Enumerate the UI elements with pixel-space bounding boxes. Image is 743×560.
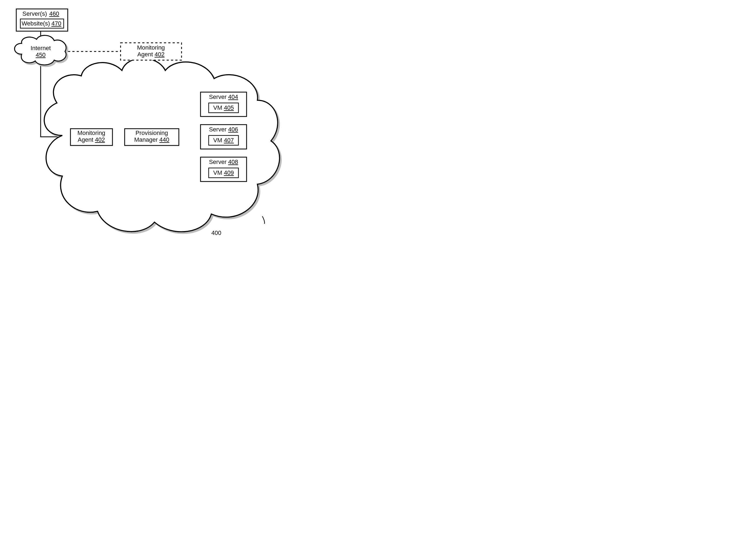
svg-text:Agent 402: Agent 402 (78, 136, 105, 143)
vm3-ref: 409 (224, 169, 234, 176)
srv3-ref: 408 (228, 159, 238, 165)
vm3-label: VM (213, 169, 222, 176)
server-3: Server 408 VM 409 (201, 157, 247, 181)
svg-text:VM 407: VM 407 (213, 137, 234, 143)
server-1: Server 404 VM 405 (201, 92, 247, 117)
svg-text:Monitoring: Monitoring (78, 129, 105, 136)
provisioning-manager: Provisioning Manager 440 (125, 129, 179, 145)
mon-ext-ref2: 402 (155, 51, 165, 58)
websites-label: Website(s) (22, 20, 50, 27)
internet-ref: 450 (36, 51, 46, 58)
svg-text:VM 405: VM 405 (213, 104, 234, 111)
svg-text:VM 409: VM 409 (213, 169, 234, 176)
srv2-ref: 406 (228, 126, 238, 133)
svg-text:Server 404: Server 404 (209, 93, 238, 100)
vm2-ref: 407 (224, 137, 234, 143)
svg-text:Manager 440: Manager 440 (134, 136, 169, 143)
srv1-ref: 404 (228, 93, 238, 100)
vm1-label: VM (213, 104, 222, 111)
server-2: Server 406 VM 407 (201, 125, 247, 149)
svg-text:Website(s): Website(s) (22, 20, 50, 27)
servers-label: Server(s) (23, 10, 47, 17)
provmgr-ref: 440 (159, 136, 169, 143)
internet-label: Internet (31, 45, 51, 51)
architecture-diagram: 400 Internet 450 Server(s) 460 Website(s… (0, 0, 333, 251)
mon-int-ref: 402 (95, 136, 105, 143)
websites-box: Website(s) 470 (20, 19, 64, 28)
svg-text:Monitoring: Monitoring (137, 44, 165, 51)
svg-text:Agent 402: Agent 402 (137, 51, 165, 58)
svg-text:Provisioning: Provisioning (135, 129, 168, 136)
svg-text:Server 406: Server 406 (209, 126, 238, 133)
cloud-ref-label: 400 (211, 229, 221, 236)
svg-text:Server(s): Server(s) (23, 10, 47, 17)
servers-box: Server(s) 460 Website(s) 470 (16, 9, 68, 31)
srv3-label: Server (209, 159, 226, 165)
srv1-label: Server (209, 93, 226, 100)
monitoring-agent-internal: Monitoring Agent 402 (71, 129, 113, 145)
svg-text:Server 408: Server 408 (209, 159, 238, 165)
websites-ref: 470 (51, 20, 61, 27)
vm1-ref: 405 (224, 104, 234, 111)
srv2-label: Server (209, 126, 226, 133)
vm2-label: VM (213, 137, 222, 143)
servers-ref: 460 (49, 10, 59, 17)
